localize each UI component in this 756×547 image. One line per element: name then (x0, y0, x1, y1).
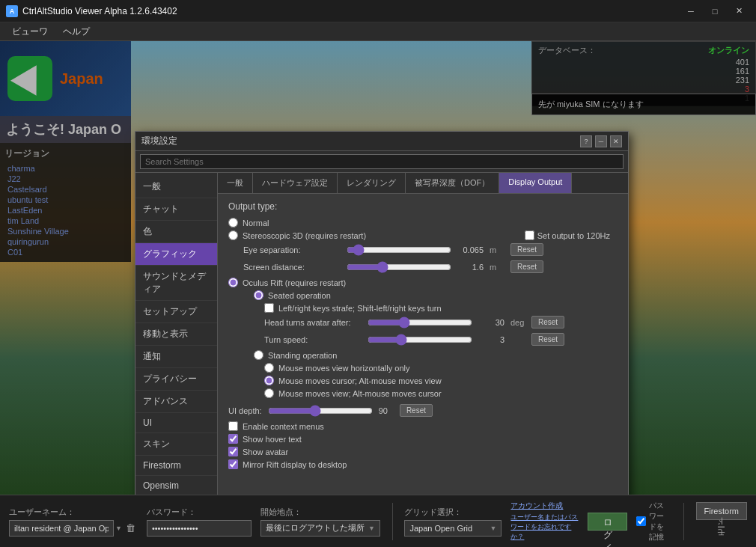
mouse-horizontal-radio[interactable] (264, 363, 274, 373)
stereoscopic-radio[interactable] (228, 230, 238, 240)
turn-speed-val: 3 (478, 335, 504, 344)
screen-dist-reset-btn[interactable]: Reset (510, 260, 543, 273)
show-avatar-label: Show avatar (243, 447, 288, 456)
grid-dropdown[interactable]: Japan Open Grid ▼ (404, 520, 502, 537)
nav-privacy[interactable]: プライバシー (135, 368, 217, 391)
password-label: パスワード： (147, 507, 252, 518)
head-turns-reset-btn[interactable]: Reset (531, 316, 564, 328)
grid-label: グリッド選択： (404, 507, 502, 518)
location-dropdown[interactable]: 最後にログアウトした場所 ▼ (260, 520, 380, 537)
location-value: 最後にログアウトした場所 (266, 522, 365, 534)
forgot-password-link[interactable]: ユーザー名またはパスワードをお忘れですか？ (510, 513, 579, 542)
eye-sep-reset-btn[interactable]: Reset (510, 243, 543, 256)
nav-skin[interactable]: スキン (135, 433, 217, 456)
nav-graphics[interactable]: グラフィック (135, 243, 217, 266)
show-avatar-checkbox[interactable] (228, 447, 238, 456)
seated-radio[interactable] (254, 290, 263, 300)
firestorm-button[interactable]: Firestorm (696, 502, 747, 520)
tab-dof[interactable]: 被写界深度（DOF） (406, 173, 499, 193)
show-hover-row: Show hover text (228, 434, 618, 444)
ui-depth-slider[interactable] (268, 405, 373, 417)
dialog-body: 一般 チャット 色 グラフィック サウンドとメディア セットアップ 移動と表示 … (135, 173, 628, 495)
grid-dropdown-arrow: ▼ (490, 525, 496, 532)
standing-radio[interactable] (254, 350, 263, 360)
tab-display-output[interactable]: Display Output (499, 173, 572, 193)
location-group: 開始地点： 最後にログアウトした場所 ▼ (260, 507, 380, 537)
nav-general[interactable]: 一般 (135, 176, 217, 198)
oculus-label: Oculus Rift (requires restart) (243, 278, 346, 287)
remember-checkbox[interactable] (636, 516, 646, 526)
oculus-radio[interactable] (228, 278, 238, 287)
nav-setup[interactable]: セットアップ (135, 301, 217, 323)
dialog-close-button[interactable]: ✕ (610, 135, 622, 147)
enable-context-label: Enable context menus (243, 422, 324, 431)
dialog-minimize-button[interactable]: ─ (595, 135, 607, 147)
nav-advance[interactable]: アドバンス (135, 391, 217, 413)
standing-label: Standing operation (268, 351, 337, 360)
oculus-radio-row: Oculus Rift (requires restart) (228, 278, 618, 287)
screen-dist-label: Screen distance: (243, 263, 341, 272)
show-hover-checkbox[interactable] (228, 434, 238, 444)
window-controls: ─ □ ✕ (680, 4, 750, 19)
normal-label: Normal (243, 219, 269, 227)
username-dropdown-arrow[interactable]: ▼ (115, 525, 122, 532)
search-input[interactable] (140, 154, 624, 169)
mode-label: モード (716, 522, 727, 541)
head-turns-slider[interactable] (368, 317, 472, 328)
username-clear-icon[interactable]: 🗑 (124, 522, 138, 534)
turn-speed-slider[interactable] (368, 334, 472, 346)
normal-radio[interactable] (228, 218, 238, 227)
username-input[interactable] (9, 520, 114, 537)
show-avatar-row: Show avatar (228, 447, 618, 456)
turn-speed-reset-btn[interactable]: Reset (531, 333, 564, 346)
content-area: Output type: Normal Stereoscopic 3D (req… (218, 194, 628, 480)
enable-context-checkbox[interactable] (228, 421, 238, 431)
remember-label: パスワードを記憶 (649, 501, 671, 543)
nav-sound[interactable]: サウンドとメディア (135, 266, 217, 301)
nav-opensim[interactable]: Opensim (135, 476, 217, 495)
mirror-rift-checkbox[interactable] (228, 459, 238, 469)
turn-speed-label: Turn speed: (264, 335, 362, 344)
eye-sep-val: 0.065 (457, 245, 484, 254)
mouse-cursor-row: Mouse moves cursor; Alt-mouse moves view (228, 376, 618, 385)
head-turns-label: Head turns avatar after: (264, 318, 362, 327)
ui-depth-row: UI depth: 90 Reset (228, 404, 618, 417)
tab-general[interactable]: 一般 (218, 173, 253, 193)
screen-distance-row: Screen distance: 1.6 m Reset (228, 260, 618, 273)
nav-firestorm[interactable]: Firestorm (135, 456, 217, 476)
menu-viewer[interactable]: ビューワ (6, 23, 54, 40)
set-120hz-checkbox[interactable] (525, 230, 534, 240)
nav-movement[interactable]: 移動と表示 (135, 323, 217, 346)
username-label: ユーザーネーム： (9, 507, 138, 518)
nav-notify[interactable]: 通知 (135, 346, 217, 368)
maximize-button[interactable]: □ (704, 4, 726, 19)
nav-ui[interactable]: UI (135, 413, 217, 433)
mouse-horizontal-label: Mouse moves view horizontally only (278, 364, 409, 373)
eye-separation-slider[interactable] (347, 244, 451, 256)
minimize-button[interactable]: ─ (680, 4, 702, 19)
menu-help[interactable]: ヘルプ (57, 23, 96, 40)
turn-speed-row: Turn speed: 3 Reset (228, 333, 618, 346)
leftright-checkbox[interactable] (264, 303, 274, 313)
tab-hardware[interactable]: ハードウェア設定 (253, 173, 338, 193)
dialog-content: 一般 ハードウェア設定 レンダリング 被写界深度（DOF） Display Ou… (218, 173, 628, 495)
nav-chat[interactable]: チャット (135, 198, 217, 221)
settings-dialog: 環境設定 ? ─ ✕ 一般 チャット 色 グラフィック サウンドとメディア セッ… (135, 131, 629, 495)
dialog-controls: ? ─ ✕ (580, 135, 622, 147)
tab-rendering[interactable]: レンダリング (338, 173, 406, 193)
mouse-view-label: Mouse moves view; Alt-mouse moves cursor (278, 389, 442, 398)
screen-distance-slider[interactable] (347, 261, 451, 273)
content-tabs: 一般 ハードウェア設定 レンダリング 被写界深度（DOF） Display Ou… (218, 173, 628, 194)
dialog-title-bar: 環境設定 ? ─ ✕ (135, 132, 628, 151)
ui-depth-reset-btn[interactable]: Reset (400, 404, 433, 417)
mouse-view-radio[interactable] (264, 388, 274, 398)
login-button[interactable]: ログイン (588, 513, 627, 531)
close-button[interactable]: ✕ (728, 4, 750, 19)
ui-depth-val: 90 (379, 406, 388, 415)
dialog-help-button[interactable]: ? (580, 135, 592, 147)
password-input[interactable] (147, 520, 252, 537)
nav-color[interactable]: 色 (135, 221, 217, 243)
account-create-link[interactable]: アカウント作成 (510, 501, 579, 511)
username-group: ユーザーネーム： ▼ 🗑 (9, 507, 138, 537)
mouse-cursor-radio[interactable] (264, 376, 274, 385)
